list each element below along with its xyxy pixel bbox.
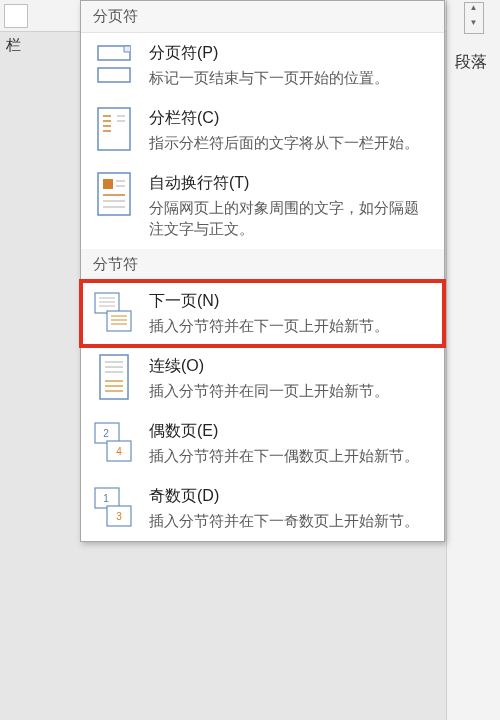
svg-rect-1 — [98, 68, 130, 82]
menu-item-continuous[interactable]: 连续(O) 插入分节符并在同一页上开始新节。 — [81, 346, 444, 411]
item-desc: 分隔网页上的对象周围的文字，如分隔题注文字与正文。 — [149, 197, 432, 239]
svg-text:4: 4 — [116, 446, 122, 457]
columns-button-icon[interactable] — [4, 4, 28, 28]
item-title: 偶数页(E) — [149, 421, 432, 442]
item-title: 奇数页(D) — [149, 486, 432, 507]
spinner-control[interactable]: ▲▼ — [464, 2, 484, 34]
item-desc: 插入分节符并在同一页上开始新节。 — [149, 380, 432, 401]
svg-text:2: 2 — [103, 428, 109, 439]
column-break-icon — [93, 108, 135, 150]
menu-item-text-wrapping-break[interactable]: 自动换行符(T) 分隔网页上的对象周围的文字，如分隔题注文字与正文。 — [81, 163, 444, 249]
svg-rect-16 — [95, 293, 119, 313]
section-header-section-breaks: 分节符 — [81, 249, 444, 281]
svg-text:3: 3 — [116, 511, 122, 522]
svg-rect-10 — [103, 179, 113, 189]
paragraph-group-label: 段落 — [455, 52, 492, 73]
columns-label: 栏 — [6, 36, 21, 55]
menu-item-column-break[interactable]: 分栏符(C) 指示分栏符后面的文字将从下一栏开始。 — [81, 98, 444, 163]
item-title: 分栏符(C) — [149, 108, 432, 129]
item-title: 下一页(N) — [149, 291, 432, 312]
menu-item-page-break[interactable]: 分页符(P) 标记一页结束与下一页开始的位置。 — [81, 33, 444, 98]
item-desc: 插入分节符并在下一偶数页上开始新节。 — [149, 445, 432, 466]
item-desc: 标记一页结束与下一页开始的位置。 — [149, 67, 432, 88]
page-break-icon — [93, 43, 135, 85]
text-wrap-break-icon — [93, 173, 135, 215]
item-title: 连续(O) — [149, 356, 432, 377]
svg-rect-9 — [98, 173, 130, 215]
item-title: 分页符(P) — [149, 43, 432, 64]
menu-item-even-page[interactable]: 2 4 偶数页(E) 插入分节符并在下一偶数页上开始新节。 — [81, 411, 444, 476]
svg-rect-20 — [107, 311, 131, 331]
svg-rect-2 — [98, 108, 130, 150]
breaks-dropdown: 分页符 分页符(P) 标记一页结束与下一页开始的位置。 — [80, 0, 445, 542]
section-header-page-breaks: 分页符 — [81, 1, 444, 33]
continuous-icon — [93, 356, 135, 398]
item-desc: 插入分节符并在下一页上开始新节。 — [149, 315, 432, 336]
item-desc: 指示分栏符后面的文字将从下一栏开始。 — [149, 132, 432, 153]
svg-text:1: 1 — [103, 493, 109, 504]
menu-item-next-page[interactable]: 下一页(N) 插入分节符并在下一页上开始新节。 — [81, 281, 444, 346]
item-desc: 插入分节符并在下一奇数页上开始新节。 — [149, 510, 432, 531]
right-panel: ▲▼ 段落 — [446, 0, 500, 720]
menu-item-odd-page[interactable]: 1 3 奇数页(D) 插入分节符并在下一奇数页上开始新节。 — [81, 476, 444, 541]
item-title: 自动换行符(T) — [149, 173, 432, 194]
odd-page-icon: 1 3 — [93, 486, 135, 528]
next-page-icon — [93, 291, 135, 333]
even-page-icon: 2 4 — [93, 421, 135, 463]
